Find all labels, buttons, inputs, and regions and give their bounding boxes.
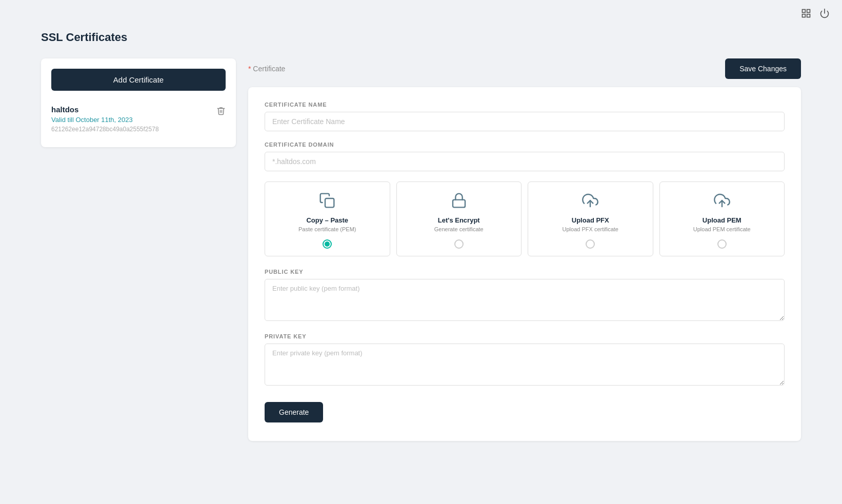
upload-pfx-title: Upload PFX (572, 216, 609, 224)
cert-type-copy-paste[interactable]: Copy – Paste Paste certificate (PEM) (265, 182, 390, 256)
upload-pfx-icon (582, 192, 598, 211)
cert-type-grid: Copy – Paste Paste certificate (PEM) (265, 182, 785, 256)
cert-domain-input[interactable] (265, 152, 785, 171)
copy-paste-radio[interactable] (323, 239, 332, 249)
svg-rect-3 (807, 14, 810, 17)
cert-type-upload-pfx[interactable]: Upload PFX Upload PFX certificate (528, 182, 653, 256)
copy-paste-title: Copy – Paste (306, 216, 348, 224)
upload-pfx-subtitle: Upload PFX certificate (563, 226, 618, 232)
upload-pfx-radio[interactable] (586, 239, 595, 249)
certificate-section-label: * Certificate (248, 65, 285, 73)
cert-name-input[interactable] (265, 112, 785, 131)
copy-paste-radio-inner (325, 241, 330, 247)
certificate-name: haltdos (51, 105, 159, 114)
page-container: SSL Certificates Add Certificate haltdos… (0, 0, 842, 461)
right-panel-header: * Certificate Save Changes (248, 58, 801, 79)
list-icon[interactable] (801, 8, 811, 21)
public-key-input[interactable] (265, 279, 785, 321)
lets-encrypt-icon (451, 192, 467, 211)
upload-pem-title: Upload PEM (703, 216, 741, 224)
svg-rect-2 (803, 14, 806, 17)
certificate-item: haltdos Valid till October 11th, 2023 62… (51, 101, 226, 137)
right-panel: * Certificate Save Changes CERTIFICATE N… (248, 58, 801, 441)
cert-type-upload-pem[interactable]: Upload PEM Upload PEM certificate (659, 182, 785, 256)
public-key-label: PUBLIC KEY (265, 269, 785, 275)
left-panel: Add Certificate haltdos Valid till Octob… (41, 58, 236, 147)
page-title: SSL Certificates (41, 31, 801, 44)
certificate-validity: Valid till October 11th, 2023 (51, 116, 159, 124)
lets-encrypt-subtitle: Generate certificate (434, 226, 484, 232)
generate-button[interactable]: Generate (265, 402, 323, 422)
cert-domain-group: CERTIFICATE DOMAIN (265, 142, 785, 171)
copy-paste-subtitle: Paste certificate (PEM) (298, 226, 356, 232)
add-certificate-button[interactable]: Add Certificate (51, 69, 226, 91)
svg-rect-6 (453, 200, 465, 208)
certificate-hash: 621262ee12a94728bc49a0a2555f2578 (51, 126, 159, 133)
certificate-form: CERTIFICATE NAME CERTIFICATE DOMAIN (248, 87, 801, 441)
private-key-label: PRIVATE KEY (265, 333, 785, 339)
svg-rect-0 (803, 10, 806, 13)
cert-name-group: CERTIFICATE NAME (265, 102, 785, 131)
private-key-input[interactable] (265, 344, 785, 386)
upload-pem-subtitle: Upload PEM certificate (693, 226, 751, 232)
svg-rect-1 (807, 10, 810, 13)
copy-paste-icon (319, 192, 335, 211)
certificate-info: haltdos Valid till October 11th, 2023 62… (51, 105, 159, 133)
upload-pem-radio[interactable] (717, 239, 727, 249)
cert-type-lets-encrypt[interactable]: Let's Encrypt Generate certificate (396, 182, 522, 256)
lets-encrypt-title: Let's Encrypt (438, 216, 480, 224)
lets-encrypt-radio[interactable] (454, 239, 464, 249)
delete-certificate-icon[interactable] (216, 106, 226, 117)
top-bar (789, 0, 842, 29)
private-key-group: PRIVATE KEY (265, 333, 785, 388)
svg-rect-5 (325, 198, 334, 207)
cert-name-label: CERTIFICATE NAME (265, 102, 785, 108)
save-changes-button[interactable]: Save Changes (725, 58, 801, 79)
power-icon[interactable] (819, 8, 830, 21)
public-key-group: PUBLIC KEY (265, 269, 785, 323)
main-layout: Add Certificate haltdos Valid till Octob… (41, 58, 801, 441)
upload-pem-icon (714, 192, 730, 211)
cert-domain-label: CERTIFICATE DOMAIN (265, 142, 785, 148)
